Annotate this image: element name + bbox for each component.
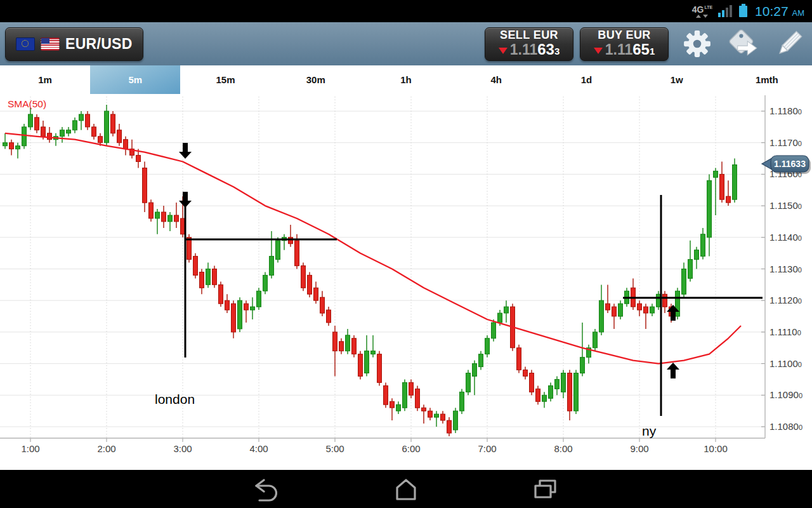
settings-gear-icon[interactable] bbox=[683, 29, 712, 58]
status-bar: 4GLTE 10:27 AM bbox=[0, 0, 812, 22]
back-icon[interactable] bbox=[251, 475, 282, 503]
home-icon[interactable] bbox=[390, 475, 422, 503]
us-flag-icon bbox=[41, 37, 60, 51]
tab-15m[interactable]: 15m bbox=[180, 65, 270, 94]
tab-5m[interactable]: 5m bbox=[90, 65, 180, 94]
y-axis-label: 1.10900 bbox=[769, 389, 802, 400]
up-arrow-annotation[interactable] bbox=[667, 363, 679, 378]
sell-button[interactable]: SELL EUR 1.11633 bbox=[485, 27, 573, 61]
android-nav-bar bbox=[0, 470, 812, 508]
y-axis-label: 1.11000 bbox=[769, 358, 802, 369]
y-axis-label: 1.11800 bbox=[769, 105, 802, 116]
price-chart[interactable]: 1.118001.117001.116001.115001.114001.113… bbox=[0, 94, 812, 470]
x-axis-label: 6:00 bbox=[402, 443, 420, 454]
x-axis-label: 5:00 bbox=[325, 443, 344, 454]
sma-indicator-label: SMA(50) bbox=[8, 98, 46, 109]
price-flag-pointer bbox=[762, 159, 771, 170]
battery-icon bbox=[739, 6, 747, 17]
y-axis-label: 1.11200 bbox=[769, 295, 802, 305]
eu-flag-icon bbox=[16, 37, 35, 51]
pair-label: EUR/USD bbox=[65, 36, 133, 53]
y-axis-label: 1.11700 bbox=[769, 137, 802, 148]
down-arrow-annotation[interactable] bbox=[179, 192, 192, 208]
lte-label: LTE bbox=[704, 5, 712, 10]
status-time: 10:27 AM bbox=[755, 4, 804, 19]
price-flag-value: 1.11633 bbox=[774, 159, 806, 169]
y-axis-label: 1.10800 bbox=[769, 421, 802, 432]
y-axis-label: 1.11100 bbox=[769, 326, 801, 337]
timeframe-tab-bar: 1m 5m 15m 30m 1h 4h 1d 1w 1mth bbox=[0, 65, 812, 94]
sma-line bbox=[5, 133, 741, 364]
annotation-label-london[interactable]: london bbox=[155, 392, 195, 406]
network-label: 4G bbox=[692, 4, 704, 15]
x-axis-label: 4:00 bbox=[249, 443, 268, 454]
tab-1h[interactable]: 1h bbox=[361, 65, 451, 94]
app-header: EUR/USD SELL EUR 1.11633 BUY EUR 1.11651 bbox=[0, 22, 812, 65]
tab-1m[interactable]: 1m bbox=[0, 65, 90, 94]
data-activity-arrows-icon bbox=[696, 15, 708, 18]
buy-button-label: BUY EUR bbox=[598, 29, 650, 42]
buy-price: 1.11651 bbox=[594, 42, 655, 59]
order-tag-icon[interactable] bbox=[726, 29, 760, 59]
x-axis-label: 2:00 bbox=[97, 443, 115, 454]
down-arrow-annotation[interactable] bbox=[179, 143, 192, 159]
instrument-selector-button[interactable]: EUR/USD bbox=[5, 27, 143, 61]
sell-price: 1.11633 bbox=[499, 42, 560, 59]
price-down-triangle-icon bbox=[499, 48, 508, 54]
tab-30m[interactable]: 30m bbox=[271, 65, 361, 94]
tab-1d[interactable]: 1d bbox=[541, 65, 631, 94]
tab-4h[interactable]: 4h bbox=[451, 65, 541, 94]
y-axis-label: 1.11500 bbox=[769, 200, 802, 211]
y-axis-label: 1.11300 bbox=[769, 264, 802, 274]
network-4g-icon: 4GLTE bbox=[692, 5, 712, 18]
x-axis-label: 3:00 bbox=[173, 443, 192, 454]
price-down-triangle-icon bbox=[594, 48, 603, 54]
x-axis-label: 7:00 bbox=[478, 443, 496, 454]
sell-button-label: SELL EUR bbox=[500, 29, 558, 42]
buy-button[interactable]: BUY EUR 1.11651 bbox=[580, 27, 669, 61]
x-axis-label: 9:00 bbox=[630, 443, 648, 454]
x-axis-label: 10:00 bbox=[704, 443, 728, 454]
chart-area: 1.118001.117001.116001.115001.114001.113… bbox=[0, 94, 812, 470]
y-axis-label: 1.11400 bbox=[769, 232, 802, 243]
candles bbox=[3, 105, 737, 436]
edit-pencil-icon[interactable] bbox=[774, 29, 804, 59]
x-axis-label: 1:00 bbox=[21, 443, 39, 454]
annotation-label-ny[interactable]: ny bbox=[642, 424, 657, 438]
signal-strength-icon bbox=[718, 5, 732, 17]
tab-1mth[interactable]: 1mth bbox=[722, 65, 812, 94]
recents-icon[interactable] bbox=[530, 475, 561, 503]
x-axis-label: 8:00 bbox=[554, 443, 572, 454]
tab-1w[interactable]: 1w bbox=[632, 65, 722, 94]
